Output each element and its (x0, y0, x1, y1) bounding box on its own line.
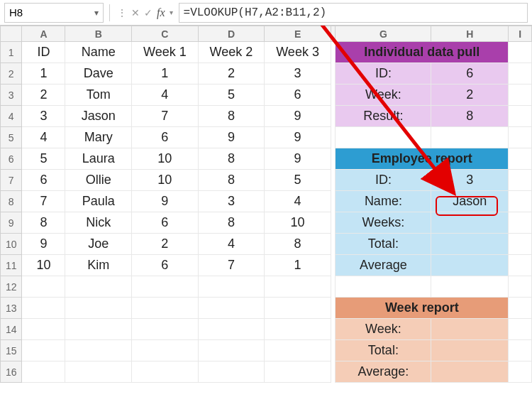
row-header[interactable]: 16 (1, 361, 22, 383)
cell[interactable] (22, 276, 65, 298)
cell[interactable]: ID (22, 42, 65, 63)
row-header[interactable]: 5 (1, 127, 22, 148)
cell[interactable]: 9 (22, 234, 65, 255)
panel-individual-id-value[interactable]: 6 (431, 63, 509, 85)
panel-employee-total-value[interactable] (431, 234, 509, 255)
cell[interactable]: Jason (65, 106, 132, 127)
cell[interactable] (509, 298, 532, 319)
cell[interactable]: 8 (265, 234, 331, 255)
chevron-down-icon[interactable]: ▾ (94, 8, 99, 18)
cell[interactable] (509, 255, 532, 276)
panel-week-total-label[interactable]: Total: (336, 340, 431, 361)
cell[interactable] (265, 298, 331, 319)
panel-individual-week-value[interactable]: 2 (431, 85, 509, 106)
cell[interactable]: 9 (198, 127, 265, 148)
cell[interactable] (336, 127, 431, 148)
panel-week-week-value[interactable] (431, 319, 509, 340)
cell[interactable]: 5 (265, 170, 331, 191)
cell[interactable] (132, 340, 199, 361)
cell[interactable]: 8 (198, 170, 265, 191)
cell[interactable]: 7 (132, 106, 199, 127)
row-header[interactable]: 10 (1, 234, 22, 255)
cell[interactable]: 3 (22, 106, 65, 127)
cell[interactable] (65, 276, 132, 298)
cell[interactable] (265, 361, 331, 383)
select-all-corner[interactable] (1, 26, 22, 42)
panel-employee-total-label[interactable]: Total: (336, 234, 431, 255)
cell[interactable]: 9 (265, 127, 331, 148)
cell[interactable] (509, 170, 532, 191)
cell[interactable] (132, 319, 199, 340)
col-header-I[interactable]: I (509, 26, 532, 42)
panel-employee-weeks-label[interactable]: Weeks: (336, 212, 431, 234)
row-header[interactable]: 3 (1, 85, 22, 106)
col-header-E[interactable]: E (265, 26, 331, 42)
cell[interactable] (65, 340, 132, 361)
cell[interactable]: 6 (265, 85, 331, 106)
cell[interactable]: 8 (22, 212, 65, 234)
cell[interactable]: 10 (265, 212, 331, 234)
cell[interactable]: Paula (65, 191, 132, 212)
cell[interactable]: 1 (22, 63, 65, 85)
cell[interactable]: Week 1 (132, 42, 199, 63)
panel-individual-result-label[interactable]: Result: (336, 106, 431, 127)
cell[interactable]: 4 (265, 191, 331, 212)
cell[interactable]: 1 (132, 63, 199, 85)
cell[interactable] (132, 276, 199, 298)
panel-week-avg-value[interactable] (431, 361, 509, 383)
panel-week-week-label[interactable]: Week: (336, 319, 431, 340)
cell[interactable]: Kim (65, 255, 132, 276)
cell[interactable]: 3 (265, 63, 331, 85)
cell[interactable] (265, 340, 331, 361)
cell[interactable]: Ollie (65, 170, 132, 191)
cell[interactable]: 9 (265, 148, 331, 170)
cell[interactable] (336, 276, 431, 298)
row-header[interactable]: 8 (1, 191, 22, 212)
cell[interactable]: 9 (132, 191, 199, 212)
cell[interactable] (65, 319, 132, 340)
cell[interactable] (509, 276, 532, 298)
cell[interactable] (509, 191, 532, 212)
cell[interactable] (431, 276, 509, 298)
cell[interactable] (509, 340, 532, 361)
panel-week-total-value[interactable] (431, 340, 509, 361)
cell[interactable] (509, 148, 532, 170)
cell[interactable]: Joe (65, 234, 132, 255)
row-header[interactable]: 14 (1, 319, 22, 340)
cell[interactable]: 8 (198, 212, 265, 234)
cell[interactable] (22, 319, 65, 340)
cell[interactable] (132, 298, 199, 319)
col-header-G[interactable]: G (336, 26, 431, 42)
cell[interactable] (265, 319, 331, 340)
cell[interactable] (198, 340, 265, 361)
fx-icon[interactable]: fx (155, 6, 167, 19)
cell[interactable] (265, 276, 331, 298)
cell[interactable] (431, 127, 509, 148)
col-header-C[interactable]: C (132, 26, 199, 42)
cell[interactable] (198, 276, 265, 298)
chevron-down-icon[interactable]: ▾ (168, 9, 174, 16)
cell[interactable]: Dave (65, 63, 132, 85)
panel-individual-week-label[interactable]: Week: (336, 85, 431, 106)
panel-employee-weeks-value[interactable] (431, 212, 509, 234)
cell[interactable]: 4 (22, 127, 65, 148)
cancel-icon[interactable]: ✕ (130, 7, 141, 18)
panel-employee-id-label[interactable]: ID: (336, 170, 431, 191)
more-icon[interactable]: ⋮ (116, 7, 128, 18)
cell[interactable]: 9 (265, 106, 331, 127)
cell[interactable] (509, 127, 532, 148)
cell[interactable] (22, 361, 65, 383)
panel-employee-name-label[interactable]: Name: (336, 191, 431, 212)
row-header[interactable]: 4 (1, 106, 22, 127)
cell[interactable]: 8 (198, 148, 265, 170)
cell[interactable]: Week 3 (265, 42, 331, 63)
cell[interactable]: 3 (198, 191, 265, 212)
panel-employee-title[interactable]: Employee report (336, 148, 509, 170)
row-header[interactable]: 12 (1, 276, 22, 298)
panel-week-title[interactable]: Week report (336, 298, 509, 319)
cell[interactable]: 1 (265, 255, 331, 276)
row-header[interactable]: 6 (1, 148, 22, 170)
cell[interactable]: 5 (198, 85, 265, 106)
cell[interactable] (198, 361, 265, 383)
cell[interactable]: Mary (65, 127, 132, 148)
